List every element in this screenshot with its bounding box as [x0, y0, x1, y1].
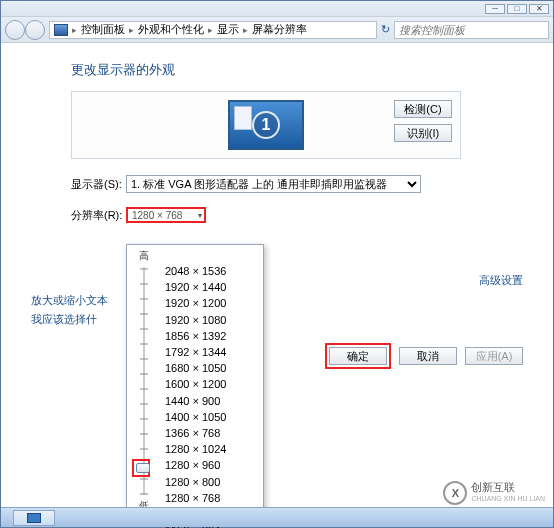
content-area: 更改显示器的外观 1 检测(C) 识别(I) 显示器(S): 1. 标准 VGA… — [1, 43, 553, 507]
chevron-right-icon: ▸ — [72, 25, 77, 35]
ok-highlight: 确定 — [325, 343, 391, 369]
resolution-option[interactable]: 1280 × 768 — [161, 490, 263, 506]
close-button[interactable]: ✕ — [529, 4, 549, 14]
which-settings-link[interactable]: 我应该选择什 — [31, 312, 108, 327]
back-button[interactable] — [5, 20, 25, 40]
taskbar[interactable] — [1, 507, 553, 527]
resolution-option[interactable]: 1920 × 1200 — [161, 295, 263, 311]
display-label: 显示器(S): — [71, 177, 126, 192]
resolution-option[interactable]: 1792 × 1344 — [161, 344, 263, 360]
resolution-select[interactable]: 1280 × 768 — [126, 207, 206, 223]
dialog-buttons: 确定 取消 应用(A) — [325, 343, 523, 369]
cancel-button[interactable]: 取消 — [399, 347, 457, 365]
monitor-window-icon — [234, 106, 252, 130]
watermark-logo: X — [443, 481, 467, 505]
refresh-icon[interactable]: ↻ — [381, 23, 390, 36]
breadcrumb-item[interactable]: 外观和个性化 — [138, 22, 204, 37]
breadcrumb-item[interactable]: 显示 — [217, 22, 239, 37]
page-title: 更改显示器的外观 — [71, 61, 523, 79]
resolution-dropdown[interactable]: 高 低 2048 × 1536 1920 × 1440 1920 × 1200 … — [126, 244, 264, 518]
window-controls: ─ □ ✕ — [485, 4, 549, 14]
resolution-option[interactable]: 1856 × 1392 — [161, 328, 263, 344]
monitor-icon — [27, 513, 41, 523]
forward-button[interactable] — [25, 20, 45, 40]
nav-back-forward — [5, 20, 45, 40]
slider-thumb[interactable] — [136, 463, 150, 473]
advanced-settings-link[interactable]: 高级设置 — [479, 273, 523, 288]
detect-button[interactable]: 检测(C) — [394, 100, 452, 118]
slider-track[interactable] — [140, 267, 148, 495]
monitor-thumbnail[interactable]: 1 — [228, 100, 304, 150]
window-frame: ─ □ ✕ ▸ 控制面板 ▸ 外观和个性化 ▸ 显示 ▸ 屏幕分辨率 ↻ 更改显… — [0, 0, 554, 528]
resolution-option[interactable]: 1280 × 960 — [161, 457, 263, 473]
apply-button[interactable]: 应用(A) — [465, 347, 523, 365]
watermark-brand: 创新互联 — [471, 482, 545, 493]
resolution-option[interactable]: 1280 × 1024 — [161, 441, 263, 457]
chevron-right-icon: ▸ — [243, 25, 248, 35]
display-select[interactable]: 1. 标准 VGA 图形适配器 上的 通用非即插即用监视器 — [126, 175, 421, 193]
resolution-list: 2048 × 1536 1920 × 1440 1920 × 1200 1920… — [161, 249, 263, 513]
minimize-button[interactable]: ─ — [485, 4, 505, 14]
resolution-option[interactable]: 1280 × 800 — [161, 474, 263, 490]
resolution-option[interactable]: 1366 × 768 — [161, 425, 263, 441]
resolution-option[interactable]: 1440 × 900 — [161, 393, 263, 409]
resolution-option[interactable]: 1920 × 1440 — [161, 279, 263, 295]
display-row: 显示器(S): 1. 标准 VGA 图形适配器 上的 通用非即插即用监视器 — [71, 175, 523, 193]
search-input[interactable] — [394, 21, 549, 39]
resolution-label: 分辨率(R): — [71, 208, 126, 223]
resolution-current: 1280 × 768 — [132, 210, 182, 221]
resolution-slider[interactable]: 高 低 — [127, 249, 161, 513]
text-size-link[interactable]: 放大或缩小文本 — [31, 293, 108, 308]
breadcrumb-item[interactable]: 屏幕分辨率 — [252, 22, 307, 37]
resolution-option[interactable]: 1680 × 1050 — [161, 360, 263, 376]
monitor-icon — [54, 24, 68, 36]
chevron-right-icon: ▸ — [208, 25, 213, 35]
nav-bar: ▸ 控制面板 ▸ 外观和个性化 ▸ 显示 ▸ 屏幕分辨率 ↻ — [1, 17, 553, 43]
display-preview: 1 检测(C) 识别(I) — [71, 91, 461, 159]
resolution-row: 分辨率(R): 1280 × 768 — [71, 207, 523, 223]
resolution-option[interactable]: 1920 × 1080 — [161, 312, 263, 328]
slider-high-label: 高 — [139, 249, 149, 263]
titlebar: ─ □ ✕ — [1, 1, 553, 17]
watermark: X 创新互联 CHUANG XIN HU LIAN — [443, 481, 545, 505]
maximize-button[interactable]: □ — [507, 4, 527, 14]
breadcrumb-item[interactable]: 控制面板 — [81, 22, 125, 37]
resolution-option[interactable]: 2048 × 1536 — [161, 263, 263, 279]
resolution-option[interactable]: 1400 × 1050 — [161, 409, 263, 425]
resolution-option[interactable]: 1600 × 1200 — [161, 376, 263, 392]
monitor-number: 1 — [252, 111, 280, 139]
ok-button[interactable]: 确定 — [329, 347, 387, 365]
chevron-right-icon: ▸ — [129, 25, 134, 35]
taskbar-item[interactable] — [13, 510, 55, 526]
identify-button[interactable]: 识别(I) — [394, 124, 452, 142]
watermark-sub: CHUANG XIN HU LIAN — [471, 493, 545, 504]
breadcrumb[interactable]: ▸ 控制面板 ▸ 外观和个性化 ▸ 显示 ▸ 屏幕分辨率 — [49, 21, 377, 39]
